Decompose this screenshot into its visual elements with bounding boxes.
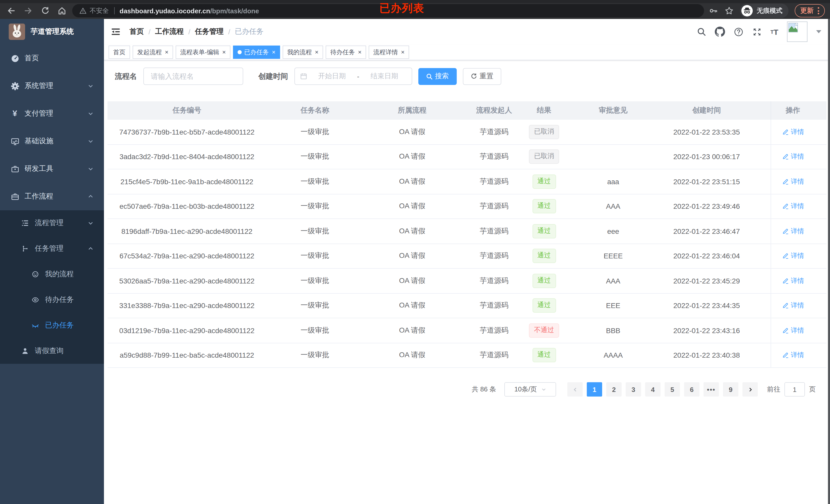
tab-5[interactable]: 待办任务× xyxy=(326,45,366,59)
cell-create-time: 2022-01-22 23:43:16 xyxy=(666,327,747,335)
tab-close-icon[interactable]: × xyxy=(165,49,168,55)
pager-prev-button[interactable] xyxy=(567,382,583,397)
cell-create-time: 2022-01-22 23:46:04 xyxy=(666,252,747,260)
cell-opinion: EEE xyxy=(561,302,666,310)
result-badge: 不通过 xyxy=(529,324,559,338)
tab-close-icon[interactable]: × xyxy=(358,49,361,55)
header-search-button[interactable] xyxy=(697,27,706,36)
pager-page-3[interactable]: 3 xyxy=(626,382,641,397)
process-name-field[interactable] xyxy=(150,72,236,81)
breadcrumb-task-mgmt[interactable]: 任务管理 xyxy=(195,27,224,36)
cell-starter: 芋道源码 xyxy=(461,152,528,161)
browser-home-button[interactable] xyxy=(56,5,68,17)
browser-menu-icon[interactable] xyxy=(818,7,819,14)
tab-close-icon[interactable]: × xyxy=(315,49,318,55)
sidebar-item-home[interactable]: 首页 xyxy=(0,44,104,72)
cell-task-id: 03d1219e-7b9a-11ec-a290-acde48001122 xyxy=(107,327,266,335)
detail-link[interactable]: 详情 xyxy=(781,127,804,137)
pager-page-1[interactable]: 1 xyxy=(587,382,602,397)
cell-starter: 芋道源码 xyxy=(461,276,528,285)
detail-link[interactable]: 详情 xyxy=(781,202,804,211)
tab-6[interactable]: 流程详情× xyxy=(369,45,409,59)
table-row: 8196daff-7b9a-11ec-a290-acde48001122一级审批… xyxy=(107,219,826,244)
github-link[interactable] xyxy=(714,27,725,37)
search-button[interactable]: 搜索 xyxy=(418,68,456,85)
browser-back-button[interactable] xyxy=(5,5,18,17)
sidebar-item-task-mgmt[interactable]: 任务管理 xyxy=(0,236,104,262)
pager-page-2[interactable]: 2 xyxy=(606,382,621,397)
cell-opinion: aaa xyxy=(561,177,666,186)
avatar-caret-icon[interactable] xyxy=(816,30,821,33)
cell-process: OA 请假 xyxy=(363,326,461,335)
start-date-placeholder[interactable]: 开始日期 xyxy=(310,72,354,81)
detail-link[interactable]: 详情 xyxy=(781,326,804,335)
tab-4[interactable]: 我的流程× xyxy=(283,45,323,59)
reset-button[interactable]: 重置 xyxy=(462,68,501,85)
browser-reload-button[interactable] xyxy=(39,5,51,17)
window-scrollbar[interactable] xyxy=(828,19,830,504)
breadcrumb-separator: / xyxy=(228,28,230,36)
font-size-button[interactable]: TT xyxy=(770,27,778,36)
detail-link[interactable]: 详情 xyxy=(781,152,804,161)
table-row: 03d1219e-7b9a-11ec-a290-acde48001122一级审批… xyxy=(107,318,826,343)
cell-task-name: 一级审批 xyxy=(266,177,363,186)
detail-link[interactable]: 详情 xyxy=(781,276,804,285)
help-button[interactable] xyxy=(733,27,743,37)
page-size-select[interactable]: 10条/页 xyxy=(504,382,556,397)
sidebar-item-my-process[interactable]: 我的流程 xyxy=(0,262,104,287)
pager-next-button[interactable] xyxy=(742,382,758,397)
cell-create-time: 2022-01-22 23:40:38 xyxy=(666,351,747,360)
fullscreen-button[interactable] xyxy=(752,27,762,37)
sidebar-item-process-mgmt[interactable]: 流程管理 xyxy=(0,210,104,236)
tab-3[interactable]: 已办任务× xyxy=(233,45,280,59)
detail-link[interactable]: 详情 xyxy=(781,177,804,186)
sidebar-item-dev-tools[interactable]: 研发工具 xyxy=(0,155,104,183)
logo-rabbit-image xyxy=(9,24,25,40)
detail-link[interactable]: 详情 xyxy=(781,251,804,261)
app-logo[interactable]: 芋道管理系统 xyxy=(0,19,104,44)
tab-close-icon[interactable]: × xyxy=(401,49,405,55)
breadcrumb-workflow[interactable]: 工作流程 xyxy=(155,27,184,36)
not-secure-warning-icon xyxy=(79,7,87,14)
pager-page-9[interactable]: 9 xyxy=(723,382,738,397)
sidebar-item-infrastructure[interactable]: 基础设施 xyxy=(0,127,104,155)
sidebar-collapse-button[interactable] xyxy=(110,26,121,37)
tab-0[interactable]: 首页 xyxy=(108,45,130,59)
date-range-input[interactable]: 开始日期 - 结束日期 xyxy=(294,68,412,85)
pager-ellipsis[interactable]: ••• xyxy=(704,382,719,397)
end-date-placeholder[interactable]: 结束日期 xyxy=(362,72,406,81)
tab-2[interactable]: 流程表单-编辑× xyxy=(175,45,230,59)
password-key-icon[interactable] xyxy=(709,6,719,15)
detail-link[interactable]: 详情 xyxy=(781,351,804,360)
chevron-left-icon xyxy=(572,387,578,392)
pager-page-6[interactable]: 6 xyxy=(684,382,699,397)
cell-process: OA 请假 xyxy=(363,177,461,186)
sidebar-item-leave-query[interactable]: 请假查询 xyxy=(0,338,104,364)
breadcrumb-home[interactable]: 首页 xyxy=(130,27,144,36)
sidebar-item-payment[interactable]: ¥ 支付管理 xyxy=(0,100,104,127)
tab-1[interactable]: 发起流程× xyxy=(133,45,173,59)
avatar[interactable] xyxy=(787,22,807,42)
detail-link[interactable]: 详情 xyxy=(781,301,804,310)
sidebar-item-workflow[interactable]: 工作流程 xyxy=(0,183,104,210)
pager-page-5[interactable]: 5 xyxy=(665,382,680,397)
pager-page-4[interactable]: 4 xyxy=(645,382,661,397)
goto-page-input[interactable] xyxy=(785,382,805,397)
detail-link[interactable]: 详情 xyxy=(781,227,804,236)
edit-pencil-icon xyxy=(781,302,789,309)
bookmark-star-icon[interactable] xyxy=(725,6,734,15)
cell-task-name: 一级审批 xyxy=(266,202,363,211)
browser-update-button[interactable]: 更新 xyxy=(795,4,825,18)
process-name-input[interactable] xyxy=(143,68,243,85)
tab-close-icon[interactable]: × xyxy=(222,49,226,55)
tab-close-icon[interactable]: × xyxy=(272,49,276,55)
reset-button-label: 重置 xyxy=(480,72,493,81)
sidebar-item-todo-tasks[interactable]: 待办任务 xyxy=(0,287,104,313)
sidebar-item-done-tasks[interactable]: 已办任务 xyxy=(0,313,104,338)
browser-forward-button[interactable] xyxy=(22,5,34,17)
search-icon xyxy=(426,73,433,79)
sidebar-item-system[interactable]: 系统管理 xyxy=(0,72,104,100)
briefcase-icon xyxy=(10,192,20,201)
sidebar-item-label: 工作流程 xyxy=(25,192,53,201)
sidebar-item-label: 流程管理 xyxy=(35,219,63,228)
